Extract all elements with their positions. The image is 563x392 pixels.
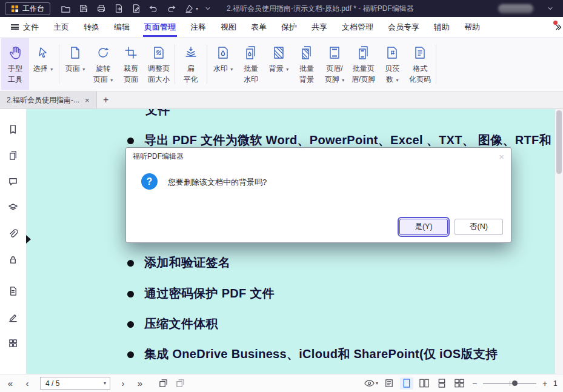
tool-header-footer[interactable]: 页眉/ 页脚 ▾ bbox=[321, 38, 348, 90]
last-page-button[interactable]: » bbox=[133, 379, 147, 388]
previous-page-button[interactable]: ‹ bbox=[21, 379, 34, 388]
user-account-avatar[interactable] bbox=[498, 4, 533, 13]
print-icon[interactable] bbox=[93, 1, 109, 16]
menu-file[interactable]: 文件 bbox=[4, 17, 46, 37]
menu-convert[interactable]: 转换 bbox=[76, 17, 107, 37]
caret-down-icon: ▾ bbox=[286, 67, 288, 72]
export-doc-icon[interactable] bbox=[110, 1, 127, 16]
menu-edit[interactable]: 编辑 bbox=[107, 17, 137, 37]
tool-batch-header-footer[interactable]: 批量页 眉/页脚 bbox=[348, 38, 378, 90]
menu-label: 辅助 bbox=[434, 22, 450, 33]
header-footer-icon bbox=[327, 42, 342, 62]
tool-crop-pages[interactable]: 裁剪 页面 bbox=[117, 38, 145, 90]
redo-icon[interactable] bbox=[163, 1, 179, 16]
panel-expand-handle[interactable] bbox=[26, 235, 31, 244]
menu-help[interactable]: 帮助 bbox=[457, 17, 487, 37]
workspace-button[interactable]: 工作台 bbox=[5, 2, 50, 15]
menu-overflow-icon[interactable] bbox=[555, 19, 563, 35]
attachments-panel-icon[interactable] bbox=[7, 227, 20, 240]
dialog-titlebar[interactable]: 福昕PDF编辑器 × bbox=[126, 148, 511, 165]
document-canvas[interactable]: 文件 导出 PDF 文件为微软 Word、PowerPoint、Excel 、T… bbox=[27, 109, 555, 374]
tool-bates-number[interactable]: 贝茨 数 ▾ bbox=[378, 38, 406, 90]
bullet-icon bbox=[127, 260, 134, 267]
menu-protect[interactable]: 保护 bbox=[274, 17, 304, 37]
ribbon-separator bbox=[59, 44, 59, 84]
tool-rotate-pages[interactable]: 旋转 页面 ▾ bbox=[89, 38, 117, 90]
layers-panel-icon[interactable] bbox=[7, 201, 20, 214]
tool-page[interactable]: 页面 ▾ bbox=[61, 38, 89, 90]
reading-mode-icon[interactable] bbox=[382, 377, 396, 390]
zoom-slider[interactable] bbox=[483, 383, 536, 384]
menu-label: 转换 bbox=[84, 22, 99, 33]
new-tab-button[interactable]: + bbox=[97, 91, 115, 108]
tool-format-page-number[interactable]: 格式 化页码 bbox=[406, 38, 434, 90]
signature-panel-icon[interactable] bbox=[7, 310, 20, 324]
menu-label: 编辑 bbox=[114, 22, 130, 33]
tool-resize-pages[interactable]: 调整页 面大小 bbox=[145, 38, 173, 90]
batch-watermark-icon bbox=[244, 42, 258, 62]
scrollbar-thumb[interactable] bbox=[556, 110, 562, 174]
menu-home[interactable]: 主页 bbox=[46, 17, 76, 37]
view-mode-dropdown[interactable]: ▾ bbox=[364, 379, 378, 387]
quick-tool-caret-icon[interactable]: ▾ bbox=[196, 6, 198, 12]
previous-view-icon[interactable] bbox=[156, 377, 170, 390]
tool-label: 裁剪 页面 bbox=[124, 64, 138, 84]
undo-icon[interactable] bbox=[145, 1, 162, 16]
page-number-combo[interactable]: 4 / 5 ▾ bbox=[40, 377, 110, 390]
comments-panel-icon[interactable] bbox=[7, 174, 20, 188]
menu-share[interactable]: 共享 bbox=[304, 17, 335, 37]
zoom-out-button[interactable]: − bbox=[470, 379, 479, 388]
menu-member-exclusive[interactable]: 会员专享 bbox=[381, 17, 427, 37]
collapse-toolbar-icon[interactable] bbox=[199, 1, 216, 16]
zoom-level: 1 bbox=[553, 379, 559, 388]
tool-label: 格式 化页码 bbox=[409, 64, 431, 84]
menu-view[interactable]: 视图 bbox=[213, 17, 244, 37]
continuous-view-icon[interactable] bbox=[435, 377, 448, 390]
tab-close-icon[interactable]: × bbox=[85, 96, 90, 105]
tool-label: 调整页 面大小 bbox=[148, 64, 170, 84]
yes-button[interactable]: 是(Y) bbox=[399, 219, 448, 235]
document-tab[interactable]: 2.福昕会员使用指南-... × bbox=[0, 91, 97, 108]
tool-hand[interactable]: 手型 工具 bbox=[1, 38, 29, 90]
security-panel-icon[interactable] bbox=[7, 253, 20, 266]
destinations-panel-icon[interactable] bbox=[7, 284, 20, 297]
tool-watermark[interactable]: 水印 ▾ bbox=[209, 38, 237, 90]
zoom-slider-thumb[interactable] bbox=[512, 380, 518, 386]
open-folder-icon[interactable] bbox=[58, 1, 74, 16]
page-thumbnails-icon[interactable] bbox=[7, 148, 20, 162]
tool-select[interactable]: 选择 ▾ bbox=[29, 38, 57, 90]
menu-page-management[interactable]: 页面管理 bbox=[137, 17, 183, 37]
menu-label: 共享 bbox=[311, 22, 327, 33]
first-page-button[interactable]: « bbox=[4, 379, 17, 388]
vertical-scrollbar[interactable] bbox=[555, 109, 563, 374]
tool-batch-background[interactable]: 批量 背景 bbox=[293, 38, 321, 90]
tool-batch-watermark[interactable]: 批量 水印 bbox=[237, 38, 265, 90]
statusbar: « ‹ 4 / 5 ▾ › » ▾ − + 1 bbox=[0, 374, 563, 392]
menu-form[interactable]: 表单 bbox=[244, 17, 274, 37]
next-page-button[interactable]: › bbox=[116, 379, 130, 388]
zoom-in-button[interactable]: + bbox=[541, 379, 549, 388]
menu-label: 保护 bbox=[281, 22, 297, 33]
window-menu-chevron-icon[interactable] bbox=[542, 1, 558, 16]
single-page-view-icon[interactable] bbox=[400, 377, 413, 390]
ribbon-separator bbox=[175, 44, 175, 84]
edit-doc-icon[interactable] bbox=[128, 1, 144, 16]
view-controls: ▾ − + 1 bbox=[364, 377, 559, 390]
tool-background[interactable]: 背景 ▾ bbox=[265, 38, 293, 90]
menu-accessibility[interactable]: 辅助 bbox=[427, 17, 457, 37]
menu-document-management[interactable]: 文档管理 bbox=[335, 17, 381, 37]
quick-tool-icon[interactable] bbox=[181, 1, 197, 16]
organize-pages-panel-icon[interactable] bbox=[7, 336, 20, 350]
menu-comment[interactable]: 注释 bbox=[183, 17, 213, 37]
combo-caret-icon[interactable]: ▾ bbox=[100, 377, 110, 389]
save-icon[interactable] bbox=[75, 1, 92, 16]
workspace-label: 工作台 bbox=[22, 4, 44, 14]
no-button[interactable]: 否(N) bbox=[455, 219, 503, 235]
continuous-facing-view-icon[interactable] bbox=[453, 377, 466, 390]
next-view-icon[interactable] bbox=[173, 377, 187, 390]
dialog-close-icon[interactable]: × bbox=[499, 151, 504, 162]
bookmarks-panel-icon[interactable] bbox=[7, 122, 20, 136]
facing-page-view-icon[interactable] bbox=[418, 377, 431, 390]
confirm-dialog: 福昕PDF编辑器 × ? 您要删除该文档中的背景吗? 是(Y) 否(N) bbox=[125, 147, 511, 243]
tool-flatten[interactable]: 扁 平化 bbox=[177, 38, 205, 90]
